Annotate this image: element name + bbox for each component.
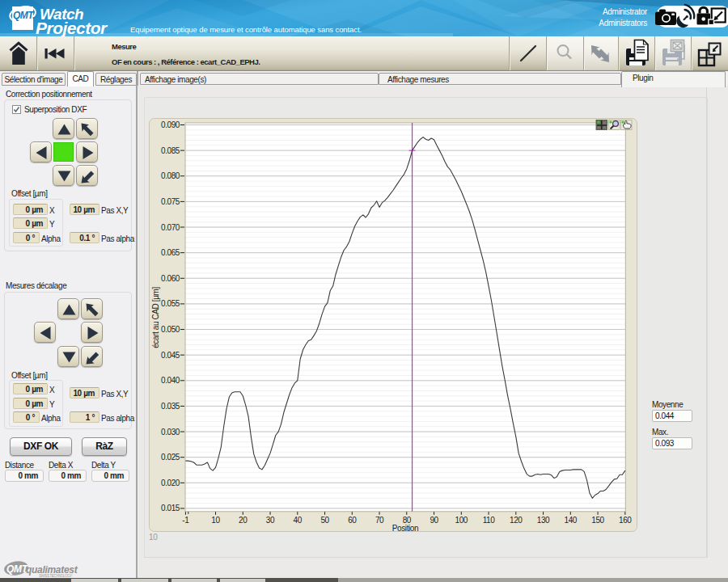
svg-text:130: 130 [537, 516, 550, 525]
svg-text:0.030: 0.030 [161, 428, 180, 436]
svg-text:0.075: 0.075 [161, 197, 180, 206]
svg-text:0.055: 0.055 [161, 299, 180, 308]
svg-text:150: 150 [591, 516, 604, 525]
svg-text:0.050: 0.050 [161, 325, 180, 334]
svg-text:0.015: 0.015 [161, 504, 180, 512]
svg-text:-1: -1 [182, 516, 189, 525]
svg-text:0.065: 0.065 [161, 248, 180, 257]
svg-text:100: 100 [455, 516, 468, 525]
svg-text:10: 10 [211, 516, 220, 525]
svg-text:120: 120 [510, 516, 523, 525]
svg-text:20: 20 [239, 516, 248, 525]
svg-text:0.035: 0.035 [161, 402, 180, 411]
svg-text:0.090: 0.090 [161, 120, 180, 129]
svg-text:50: 50 [320, 516, 329, 525]
svg-text:0.080: 0.080 [161, 171, 180, 180]
svg-text:QMT.: QMT. [13, 10, 35, 21]
svg-text:0.060: 0.060 [161, 274, 180, 283]
svg-text:écart au CAD [µm]: écart au CAD [µm] [151, 287, 160, 348]
svg-text:0.040: 0.040 [161, 376, 180, 385]
svg-text:0.070: 0.070 [161, 223, 180, 232]
svg-text:160: 160 [619, 516, 632, 525]
svg-text:70: 70 [375, 516, 384, 525]
svg-text:0.020: 0.020 [161, 479, 180, 487]
svg-text:30: 30 [266, 516, 275, 525]
svg-text:SWISS TECHNOLOGY: SWISS TECHNOLOGY [39, 574, 73, 578]
svg-text:90: 90 [430, 516, 438, 525]
svg-text:0.045: 0.045 [161, 351, 180, 360]
svg-text:0.085: 0.085 [161, 146, 180, 155]
svg-text:0.025: 0.025 [161, 453, 180, 462]
svg-text:40: 40 [294, 516, 303, 525]
svg-text:Position: Position [392, 524, 418, 532]
svg-text:110: 110 [483, 516, 496, 525]
svg-text:60: 60 [348, 516, 357, 525]
svg-text:140: 140 [565, 516, 578, 525]
